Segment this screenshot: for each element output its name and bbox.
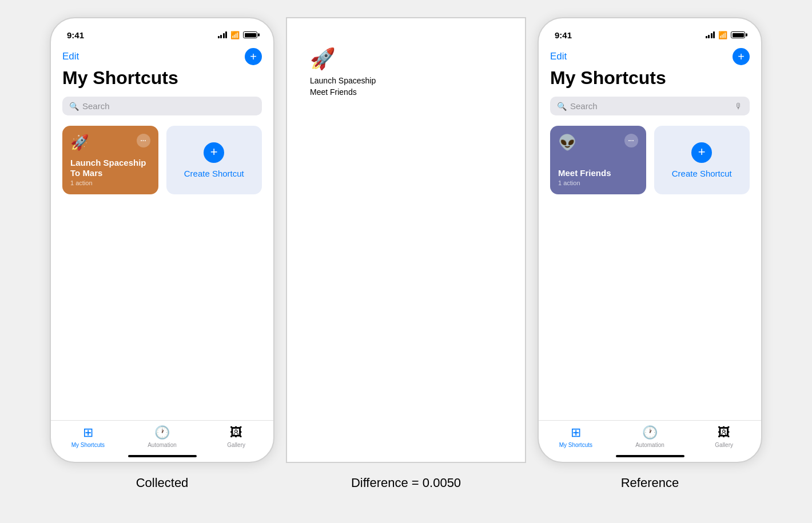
search-placeholder-reference: Search xyxy=(570,101,731,111)
add-button-reference[interactable]: + xyxy=(733,48,750,65)
search-icon-collected: 🔍 xyxy=(69,102,79,111)
reference-phone: 9:41 📶 Edit + My S xyxy=(538,17,762,463)
rocket-icon: 🚀 xyxy=(70,134,89,151)
signal-icon-reference xyxy=(706,31,715,38)
tab-bar-collected: ⊞ My Shortcuts 🕐 Automation 🖼 Gallery xyxy=(51,420,273,450)
more-button-meet-friends[interactable]: ··· xyxy=(624,134,638,147)
wifi-icon-collected: 📶 xyxy=(230,31,240,39)
create-shortcut-card-collected[interactable]: + Create Shortcut xyxy=(166,126,262,194)
gallery-tab-label-reference: Gallery xyxy=(715,442,733,448)
status-time-reference: 9:41 xyxy=(555,30,572,40)
search-icon-reference: 🔍 xyxy=(557,102,567,111)
add-button-collected[interactable]: + xyxy=(245,48,262,65)
nav-bar-collected: Edit + xyxy=(62,43,262,67)
nav-bar-reference: Edit + xyxy=(550,43,750,67)
diff-content: 🚀 Launch Spaceship Meet Friends xyxy=(298,30,514,98)
edit-button-reference[interactable]: Edit xyxy=(550,51,567,62)
diff-text-line2: Meet Friends xyxy=(310,87,376,98)
collected-phone: 9:41 📶 Edit + My S xyxy=(50,17,274,463)
signal-icon-collected xyxy=(218,31,228,38)
create-shortcut-label-reference: Create Shortcut xyxy=(672,169,732,178)
home-indicator-reference xyxy=(539,450,761,462)
create-shortcut-card-reference[interactable]: + Create Shortcut xyxy=(654,126,750,194)
shortcut-card-launch-spaceship[interactable]: 🚀 ··· Launch Spaceship To Mars 1 action xyxy=(62,126,158,194)
my-shortcuts-tab-label-reference: My Shortcuts xyxy=(559,442,592,448)
my-shortcuts-tab-icon-collected: ⊞ xyxy=(83,425,93,440)
tab-my-shortcuts-collected[interactable]: ⊞ My Shortcuts xyxy=(71,425,105,448)
automation-tab-icon-collected: 🕐 xyxy=(154,425,170,440)
collected-label: Collected xyxy=(50,476,274,490)
status-icons-reference: 📶 xyxy=(706,31,746,39)
labels-row: Collected Difference = 0.0050 Reference xyxy=(0,476,812,490)
page-title-collected: My Shortcuts xyxy=(62,67,262,89)
create-shortcut-label-collected: Create Shortcut xyxy=(184,169,244,178)
gallery-tab-icon-collected: 🖼 xyxy=(230,425,242,440)
home-indicator-collected xyxy=(51,450,273,462)
gallery-tab-icon-reference: 🖼 xyxy=(718,425,730,440)
more-button-launch-spaceship[interactable]: ··· xyxy=(137,134,150,147)
status-icons-collected: 📶 xyxy=(218,31,258,39)
difference-label: Difference = 0.0050 xyxy=(286,476,526,490)
tab-gallery-reference[interactable]: 🖼 Gallery xyxy=(707,425,741,448)
my-shortcuts-tab-icon-reference: ⊞ xyxy=(571,425,581,440)
difference-panel: 🚀 Launch Spaceship Meet Friends xyxy=(286,17,526,463)
create-plus-icon-reference: + xyxy=(691,142,712,163)
tab-bar-reference: ⊞ My Shortcuts 🕐 Automation 🖼 Gallery xyxy=(539,420,761,450)
battery-icon-collected xyxy=(243,31,257,38)
search-bar-reference[interactable]: 🔍 Search 🎙 xyxy=(550,97,750,115)
shortcut-actions-launch-spaceship: 1 action xyxy=(70,179,150,186)
app-content-collected: Edit + My Shortcuts 🔍 Search 🚀 ··· xyxy=(51,43,273,420)
shortcut-name-launch-spaceship: Launch Spaceship To Mars xyxy=(70,158,150,178)
diff-text-line1: Launch Spaceship xyxy=(310,75,376,87)
shortcuts-grid-reference: 👽 ··· Meet Friends 1 action + Create Sho… xyxy=(550,126,750,194)
status-bar-reference: 9:41 📶 xyxy=(539,18,761,43)
tab-automation-collected[interactable]: 🕐 Automation xyxy=(145,425,179,448)
search-bar-collected[interactable]: 🔍 Search xyxy=(62,97,262,115)
tab-gallery-collected[interactable]: 🖼 Gallery xyxy=(219,425,253,448)
search-placeholder-collected: Search xyxy=(82,101,255,111)
battery-icon-reference xyxy=(731,31,745,38)
automation-tab-label-collected: Automation xyxy=(148,442,177,448)
create-plus-icon-collected: + xyxy=(204,142,224,163)
status-time-collected: 9:41 xyxy=(67,30,84,40)
status-bar-collected: 9:41 📶 xyxy=(51,18,273,43)
diff-icon: 🚀 xyxy=(310,47,336,71)
edit-button-collected[interactable]: Edit xyxy=(62,51,79,62)
mic-icon-reference: 🎙 xyxy=(735,102,743,111)
app-content-reference: Edit + My Shortcuts 🔍 Search 🎙 👽 ··· xyxy=(539,43,761,420)
tab-automation-reference[interactable]: 🕐 Automation xyxy=(632,425,667,448)
wifi-icon-reference: 📶 xyxy=(718,31,727,39)
shortcut-card-meet-friends[interactable]: 👽 ··· Meet Friends 1 action xyxy=(550,126,646,194)
shortcut-actions-meet-friends: 1 action xyxy=(558,179,638,186)
alien-icon: 👽 xyxy=(558,134,576,151)
automation-tab-label-reference: Automation xyxy=(635,442,664,448)
shortcut-name-meet-friends: Meet Friends xyxy=(558,168,638,178)
page-title-reference: My Shortcuts xyxy=(550,67,750,89)
main-container: 9:41 📶 Edit + My S xyxy=(0,0,812,469)
gallery-tab-label-collected: Gallery xyxy=(227,442,245,448)
automation-tab-icon-reference: 🕐 xyxy=(642,425,658,440)
shortcuts-grid-collected: 🚀 ··· Launch Spaceship To Mars 1 action … xyxy=(62,126,262,194)
my-shortcuts-tab-label-collected: My Shortcuts xyxy=(71,442,105,448)
diff-text-group: Launch Spaceship Meet Friends xyxy=(310,75,376,98)
tab-my-shortcuts-reference[interactable]: ⊞ My Shortcuts xyxy=(559,425,593,448)
reference-label: Reference xyxy=(538,476,762,490)
